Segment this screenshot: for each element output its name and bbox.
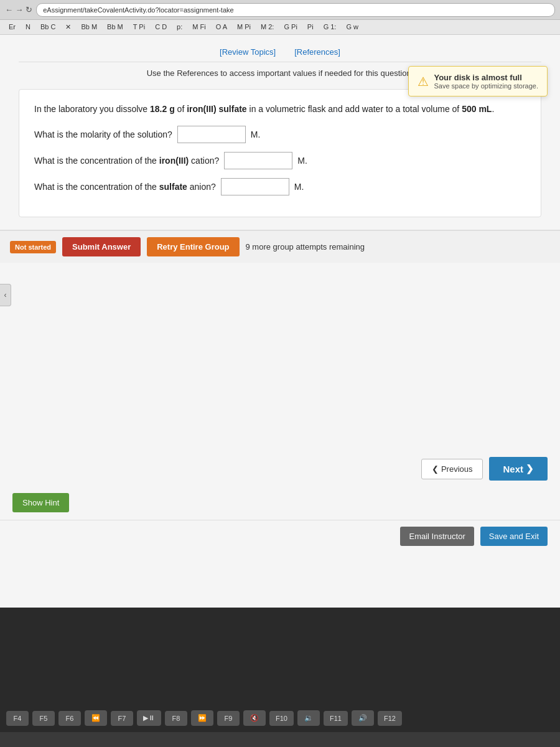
key-f6: F6: [58, 711, 81, 726]
address-bar[interactable]: eAssignment/takeCovalentActivity.do?loca…: [36, 3, 555, 17]
action-bar: Not started Submit Answer Retry Entire G…: [0, 230, 560, 263]
question-row-1: What is the molarity of the solution? M.: [34, 126, 526, 143]
browser-nav-icons[interactable]: ← → ↻: [5, 5, 32, 14]
tab-bb-c[interactable]: Bb C: [37, 22, 59, 32]
q3-unit: M.: [294, 182, 304, 192]
notification-subtitle: Save space by optimizing storage.: [434, 82, 538, 90]
submit-answer-button[interactable]: Submit Answer: [62, 237, 141, 256]
tab-bb-m2[interactable]: Bb M: [103, 22, 127, 32]
nav-row: ❮ Previous Next ❯: [0, 449, 560, 488]
email-instructor-button[interactable]: Email Instructor: [400, 527, 474, 546]
key-vol-down: 🔉: [297, 710, 320, 726]
q1-input[interactable]: [177, 126, 246, 143]
disk-notification: ⚠ Your disk is almost full Save space by…: [408, 66, 548, 96]
references-link[interactable]: [References]: [294, 47, 340, 57]
tab-m2[interactable]: M 2:: [257, 22, 278, 32]
left-panel-toggle[interactable]: ‹: [0, 284, 11, 306]
tab-g1[interactable]: G 1:: [320, 22, 340, 32]
browser-chrome: ← → ↻ eAssignment/takeCovalentActivity.d…: [0, 0, 560, 20]
q3-label: What is the concentration of the sulfate…: [34, 182, 216, 192]
q1-label: What is the molarity of the solution?: [34, 129, 172, 139]
key-f4: F4: [6, 711, 29, 726]
review-topics-link[interactable]: [Review Topics]: [220, 47, 276, 57]
tab-mfi[interactable]: M Fi: [189, 22, 209, 32]
key-rewind: ⏪: [85, 710, 107, 726]
tab-cd[interactable]: C D: [151, 22, 170, 32]
tab-n[interactable]: N: [22, 22, 34, 32]
key-play: ▶⏸: [137, 710, 161, 726]
q1-unit: M.: [251, 129, 261, 139]
q2-unit: M.: [297, 156, 307, 166]
next-button[interactable]: Next ❯: [489, 457, 548, 481]
tab-er[interactable]: Er: [5, 22, 19, 32]
status-badge: Not started: [10, 241, 56, 253]
url-text: eAssignment/takeCovalentActivity.do?loca…: [43, 6, 233, 14]
save-and-exit-button[interactable]: Save and Exit: [480, 527, 548, 546]
tab-mpi[interactable]: M Pi: [233, 22, 254, 32]
key-f5: F5: [32, 711, 55, 726]
key-f7: F7: [111, 711, 133, 726]
tab-gpi[interactable]: G Pi: [280, 22, 301, 32]
key-f11: F11: [324, 711, 348, 726]
warning-icon: ⚠: [418, 74, 429, 89]
chevron-right-icon: ❯: [526, 463, 534, 474]
key-vol-up: 🔊: [352, 710, 374, 726]
key-f9: F9: [217, 711, 240, 726]
tab-close[interactable]: ✕: [62, 22, 75, 32]
tab-oa[interactable]: O A: [212, 22, 231, 32]
retry-entire-group-button[interactable]: Retry Entire Group: [147, 237, 239, 256]
attempts-remaining: 9 more group attempts remaining: [246, 242, 365, 251]
footer-row: Email Instructor Save and Exit: [0, 520, 560, 552]
key-ff: ⏩: [191, 710, 213, 726]
content-area: [Review Topics] [References] Use the Ref…: [0, 35, 560, 230]
key-f10: F10: [269, 711, 294, 726]
tab-pi2[interactable]: Pi: [304, 22, 317, 32]
show-hint-button[interactable]: Show Hint: [12, 493, 69, 512]
chevron-left-icon: ❮: [432, 464, 439, 474]
tab-gw[interactable]: G w: [342, 22, 362, 32]
q2-label: What is the concentration of the iron(II…: [34, 156, 219, 166]
browser-tab-bar: Er N Bb C ✕ Bb M Bb M T Pi C D p: M Fi O…: [0, 20, 560, 35]
page-wrapper: ⚠ Your disk is almost full Save space by…: [0, 35, 560, 608]
keyboard-area: F4 F5 F6 ⏪ F7 ▶⏸ F8 ⏩ F9 🔇 F10 🔉 F11 🔊 F…: [0, 608, 560, 732]
tab-p[interactable]: p:: [173, 22, 186, 32]
q3-input[interactable]: [221, 178, 289, 195]
tab-bb-m1[interactable]: Bb M: [77, 22, 101, 32]
review-bar: [Review Topics] [References]: [19, 47, 541, 62]
question-row-3: What is the concentration of the sulfate…: [34, 178, 526, 195]
question-intro: In the laboratory you dissolve 18.2 g of…: [34, 102, 526, 116]
key-mute: 🔇: [243, 710, 266, 726]
tab-pi[interactable]: T Pi: [129, 22, 149, 32]
notification-title: Your disk is almost full: [434, 73, 538, 82]
question-block: In the laboratory you dissolve 18.2 g of…: [19, 89, 541, 217]
empty-space: [0, 263, 560, 449]
hint-row: Show Hint: [0, 488, 560, 520]
key-f12: F12: [378, 711, 402, 726]
q2-input[interactable]: [224, 152, 292, 169]
previous-button[interactable]: ❮ Previous: [421, 459, 483, 479]
question-row-2: What is the concentration of the iron(II…: [34, 152, 526, 169]
key-f8: F8: [165, 711, 187, 726]
